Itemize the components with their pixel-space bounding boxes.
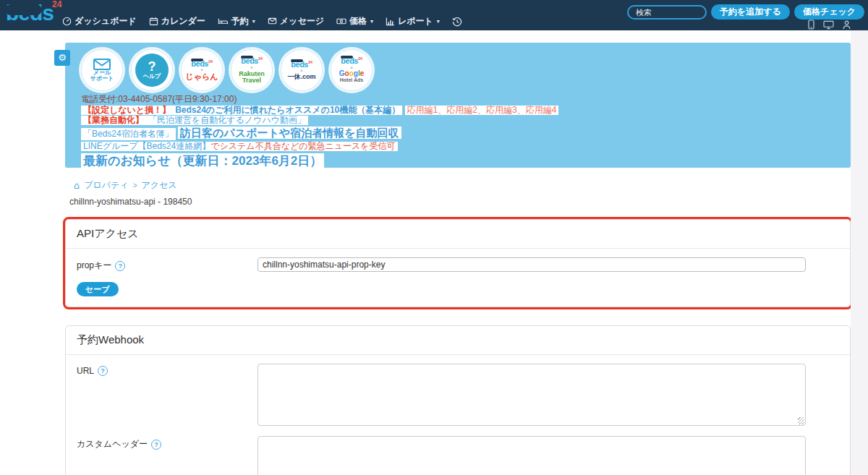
help-icon[interactable]: ? [115,261,125,271]
help-inner-disc: ? ヘルプ [135,54,169,87]
question-mark-icon: ? [148,60,156,73]
info-banner: メール サポート ? ヘルプ beds24 × じゃらん beds24 × Ra… [65,43,851,168]
line-group-link[interactable]: LINEグループ【Beds24連絡網】でシステム不具合などの緊急ニュースを受信可 [81,142,398,151]
calendar-icon [149,17,158,26]
latest-news-line: 最新のお知らせ（更新日：2023年6月2日） [81,153,851,168]
history-icon [452,17,462,27]
beds24-logo[interactable]: beds24 [6,1,63,25]
dashboard-icon [62,17,72,26]
api-access-section: APIアクセス propキー ? セーブ [65,219,851,307]
beds24-rakuten-circle[interactable]: beds24 × Rakuten Travel [231,49,273,91]
google-logo: Google [339,70,364,77]
breadcrumb-separator: > [133,181,137,189]
add-booking-button[interactable]: 予約を追加する [711,4,790,20]
envelope-icon [93,59,111,70]
banner-settings-button[interactable]: ⚙ [54,50,70,66]
rakuten-logo-line2: Travel [242,77,261,84]
prop-key-label: propキー [77,260,111,272]
mobile-icon[interactable] [808,20,814,33]
tip10-extra-links[interactable]: 応用編1、応用編2、応用編3、応用編4 [405,106,559,115]
desktop-icon[interactable] [823,20,834,33]
user-icon[interactable] [843,20,851,33]
mini-beds-logo: beds24 [291,60,312,69]
menu-prices[interactable]: 価格 ▾ [336,15,373,27]
device-icons [808,20,851,33]
latest-news-link[interactable]: 最新のお知らせ（更新日：2023年6月2日） [81,153,324,168]
property-id: chillnn-yoshimatsu-api - 198450 [69,197,868,207]
chevron-down-icon: ▾ [252,18,255,25]
gear-icon: ⚙ [58,52,67,63]
guest-registry-line: 「Beds24宿泊者名簿」 訪日客のパスポートや宿泊者情報を自動回収 [81,127,851,140]
save-button[interactable]: セーブ [77,282,119,296]
logo-sup-24: 24 [52,0,61,9]
logo-cloud-shape [7,6,41,14]
price-check-button[interactable]: 価格チェック [794,4,864,20]
automation-link[interactable]: 「民泊運営を自動化するノウハウ動画」 [146,116,308,125]
menu-messages-label: メッセージ [280,15,324,27]
beds24-ikkyu-circle[interactable]: beds24 × 一休.com [281,49,323,91]
help-circle[interactable]: ? ヘルプ [131,49,173,91]
mini-beds-logo: beds24 [341,56,362,65]
bed-icon [218,17,229,26]
beds24-jalan-circle[interactable]: beds24 × じゃらん [181,49,223,91]
top-navbar: beds24 ダッシュボード カレンダー 予約 ▾ メッセージ 価格 ▾ レポー… [0,0,868,30]
webhook-url-row: URL ? [66,355,850,426]
automation-prefix[interactable]: 【業務自動化】 [81,116,146,125]
quick-link-circles: メール サポート ? ヘルプ beds24 × じゃらん beds24 × Ra… [81,49,851,91]
guest-registry-headline[interactable]: 訪日客のパスポートや宿泊者情報を自動回収 [178,127,401,139]
automation-line: 【業務自動化】「民泊運営を自動化するノウハウ動画」 [81,116,851,125]
tip10-line: 【設定しないと損！】Beds24のご利用に慣れたらオススメの10機能（基本編） … [81,106,851,115]
banner-announcements: 電話受付:03-4405-0587(平日9:30-17:00) 【設定しないと損… [81,95,851,168]
mini-beds-logo: beds24 [191,59,212,68]
tip10-prefix[interactable]: 【設定しないと損！】 [81,106,173,115]
prop-key-row: propキー ? [66,249,850,272]
chevron-down-icon: ▾ [437,18,440,25]
menu-bookings[interactable]: 予約 ▾ [218,15,255,27]
custom-header-label: カスタムヘッダー [77,438,148,450]
custom-header-row: カスタムヘッダー ? [66,427,850,475]
banner-wrap: ⚙ メール サポート ? ヘルプ beds24 × じゃらん beds24 [0,43,868,168]
line-group-line: LINEグループ【Beds24連絡網】でシステム不具合などの緊急ニュースを受信可 [81,142,851,151]
navbar-actions: 予約を追加する 価格チェック [627,4,864,20]
url-label: URL [77,366,94,376]
guest-registry-label[interactable]: 「Beds24宿泊者名簿」 [81,128,176,140]
help-label: ヘルプ [143,74,161,80]
menu-prices-label: 価格 [349,15,367,27]
mail-support-label-2: サポート [90,76,114,82]
hotel-ads-label: Hotel Ads [340,77,363,83]
breadcrumb-access[interactable]: アクセス [142,179,177,192]
ikkyu-logo: 一休.com [287,74,315,80]
jalan-logo: じゃらん [185,73,218,81]
price-icon [336,17,346,26]
help-icon[interactable]: ? [98,366,108,376]
search-input[interactable] [627,5,707,20]
menu-calendar[interactable]: カレンダー [149,15,205,27]
menu-reports-label: レポート [398,15,433,27]
custom-header-textarea[interactable] [258,436,806,475]
help-icon[interactable]: ? [151,440,161,450]
menu-dashboard-label: ダッシュボード [75,15,137,27]
message-icon [268,17,277,26]
mini-beds-logo: beds24 [241,56,262,65]
phone-support-line: 電話受付:03-4405-0587(平日9:30-17:00) [81,95,851,104]
tip10-link[interactable]: Beds24のご利用に慣れたらオススメの10機能（基本編） [173,106,402,115]
api-access-title: APIアクセス [66,220,850,249]
prop-key-input[interactable] [258,257,806,272]
booking-webhook-section: 予約Webhook URL ? カスタムヘッダー ? ボディデータ ? カードな… [65,325,851,475]
beds24-google-circle[interactable]: beds24 × Google Hotel Ads [331,49,373,91]
breadcrumb-property[interactable]: プロパティ [84,179,128,192]
chevron-down-icon: ▾ [370,18,373,25]
breadcrumb: ⌂ プロパティ > アクセス [74,179,868,192]
history-button[interactable] [452,17,462,27]
webhook-url-textarea[interactable] [258,364,806,426]
menu-calendar-label: カレンダー [161,15,205,27]
home-icon[interactable]: ⌂ [74,180,80,191]
report-icon [386,17,395,26]
menu-bookings-label: 予約 [231,15,249,27]
mail-support-circle[interactable]: メール サポート [81,49,123,91]
booking-webhook-title: 予約Webhook [66,326,850,355]
menu-reports[interactable]: レポート ▾ [386,15,440,27]
menu-messages[interactable]: メッセージ [268,15,324,27]
main-menu: ダッシュボード カレンダー 予約 ▾ メッセージ 価格 ▾ レポート ▾ [62,15,462,27]
menu-dashboard[interactable]: ダッシュボード [62,15,137,27]
